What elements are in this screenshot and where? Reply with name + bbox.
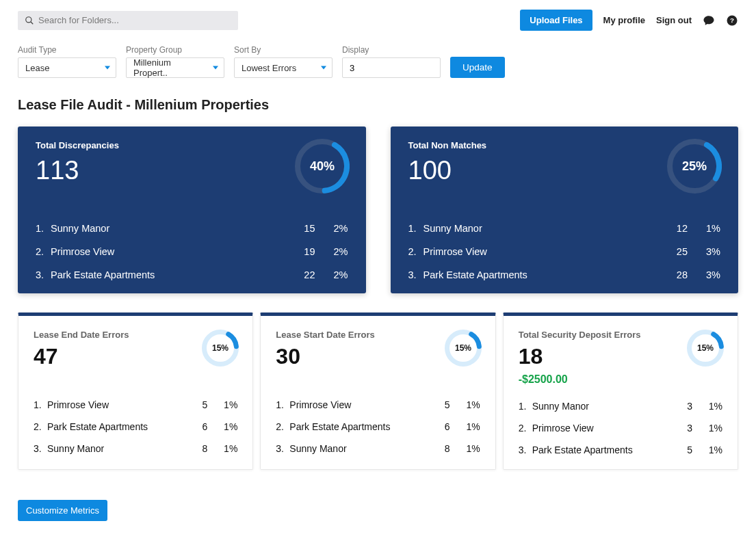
row-name: Sunny Manor [47,443,187,454]
donut-chart: 15% [202,330,239,369]
search-wrap [18,11,238,30]
row-name: Primrose View [423,246,654,257]
filter-update: Update [450,44,505,78]
filter-property-group: Property Group Millenium Propert.. [126,45,224,78]
row-count: 12 [653,223,688,234]
svg-text:15%: 15% [212,343,229,353]
svg-point-0 [26,16,31,22]
chevron-down-icon [321,66,326,70]
customize-metrics-button[interactable]: Customize Metrics [18,500,107,521]
donut-chart: 25% [667,139,722,196]
select-value: Millenium Propert.. [133,57,206,78]
sign-out-link[interactable]: Sign out [656,15,692,25]
filter-display: Display [342,45,441,78]
page-title: Lease File Audit - Millenium Properties [0,92,756,127]
row-index: 3. [519,444,532,455]
row-index: 1. [519,401,532,412]
row-pct: 1% [450,421,480,432]
row-name: Primrose View [532,423,672,434]
search-input[interactable] [18,11,238,30]
sort-by-select[interactable]: Lowest Errors [234,57,333,78]
svg-text:25%: 25% [682,159,707,173]
card-list: 1. Primrose View 5 1% 2. Park Estate Apa… [34,394,237,460]
row-pct: 1% [450,443,480,454]
row-pct: 3% [688,246,720,257]
list-item: 1. Sunny Manor 15 2% [36,217,348,240]
row-name: Park Estate Apartments [47,421,187,432]
help-icon[interactable]: ? [726,14,738,27]
row-name: Sunny Manor [532,401,672,412]
row-index: 2. [34,421,47,432]
comments-icon[interactable] [703,14,715,27]
select-value: Lowest Errors [242,63,296,73]
row-pct: 2% [315,223,348,234]
row-index: 2. [408,246,423,257]
footer: Customize Metrics [0,470,756,539]
list-item: 2. Park Estate Apartments 6 1% [276,416,480,438]
row-pct: 1% [207,399,237,410]
summary-cards-row: Total Discrepancies 113 40% 1. Sunny Man… [0,127,756,293]
row-pct: 1% [692,444,722,455]
detail-card: Total Security Deposit Errors 18 -$2500.… [503,313,738,470]
row-index: 1. [276,399,289,410]
list-item: 2. Primrose View 3 1% [519,417,722,439]
list-item: 3. Park Estate Apartments 5 1% [519,439,722,461]
audit-type-select[interactable]: Lease [18,57,116,78]
display-input[interactable] [342,57,441,78]
property-group-select[interactable]: Millenium Propert.. [126,57,224,78]
row-pct: 1% [450,399,480,410]
row-index: 2. [519,423,532,434]
row-name: Park Estate Apartments [51,269,281,280]
row-count: 3 [672,401,692,412]
select-value: Lease [25,63,49,73]
update-button[interactable]: Update [450,57,505,78]
svg-text:15%: 15% [697,343,714,353]
row-index: 1. [408,223,423,234]
row-name: Primrose View [51,246,281,257]
row-pct: 1% [692,423,722,434]
row-count: 8 [430,443,450,454]
chevron-down-icon [105,66,110,70]
list-item: 2. Primrose View 19 2% [36,240,348,263]
svg-text:40%: 40% [309,159,334,173]
row-count: 5 [672,444,692,455]
row-name: Sunny Manor [289,443,429,454]
row-index: 3. [276,443,289,454]
row-count: 19 [281,246,315,257]
my-profile-link[interactable]: My profile [603,15,645,25]
row-name: Sunny Manor [423,223,654,234]
chevron-down-icon [213,66,218,70]
svg-line-1 [31,21,34,24]
row-count: 5 [430,399,450,410]
list-item: 2. Primrose View 25 3% [408,240,721,263]
row-index: 3. [34,443,47,454]
row-pct: 1% [207,421,237,432]
row-index: 2. [276,421,289,432]
list-item: 1. Sunny Manor 3 1% [519,395,722,417]
filter-audit-type: Audit Type Lease [18,45,116,78]
detail-cards-row: Lease End Date Errors 47 15% 1. Primrose… [0,293,756,470]
filter-label: Property Group [126,45,224,55]
svg-text:15%: 15% [455,343,471,353]
donut-chart: 15% [445,330,482,369]
donut-chart: 40% [295,139,350,196]
row-name: Primrose View [289,399,429,410]
donut-chart: 15% [687,330,724,369]
row-count: 25 [653,246,688,257]
row-count: 22 [281,269,315,280]
row-count: 3 [672,423,692,434]
filter-bar: Audit Type Lease Property Group Milleniu… [0,38,756,92]
list-item: 1. Primrose View 5 1% [276,394,480,416]
row-pct: 1% [692,401,722,412]
row-index: 1. [34,399,47,410]
card-list: 1. Sunny Manor 3 1% 2. Primrose View 3 1… [519,395,722,461]
list-item: 3. Sunny Manor 8 1% [34,438,237,460]
upload-files-button[interactable]: Upload Files [520,10,592,31]
row-count: 15 [281,223,315,234]
row-name: Park Estate Apartments [423,269,654,280]
list-item: 3. Sunny Manor 8 1% [276,438,480,460]
row-count: 6 [430,421,450,432]
list-item: 2. Park Estate Apartments 6 1% [34,416,237,438]
row-pct: 2% [315,246,348,257]
filter-label: Display [342,45,441,55]
